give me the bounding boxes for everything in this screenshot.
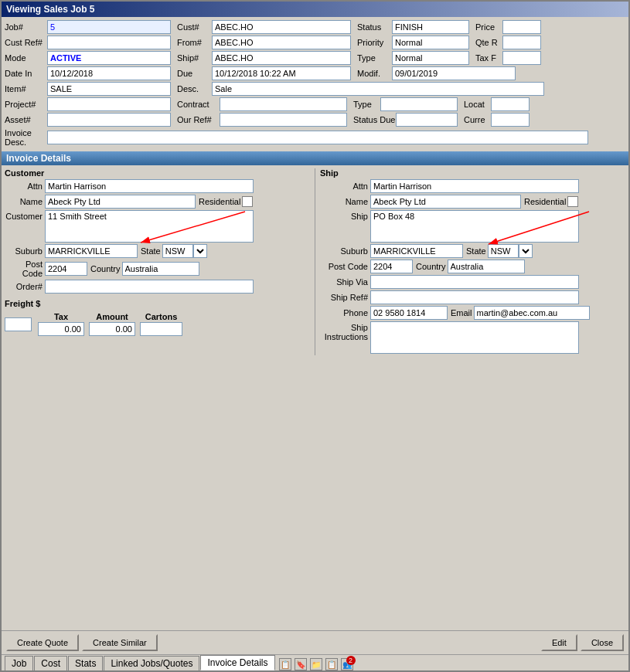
project-input[interactable] xyxy=(47,97,171,111)
datein-input[interactable] xyxy=(47,66,171,80)
tab-icon-users[interactable]: 👥 2 xyxy=(341,658,353,670)
priority-input[interactable] xyxy=(392,36,469,49)
ship-email-input[interactable] xyxy=(474,306,590,320)
customer-postcode-input[interactable] xyxy=(45,262,87,276)
invoice-section-header: Invoice Details xyxy=(2,151,628,165)
curre-input[interactable] xyxy=(491,113,530,127)
ship-address-input[interactable]: PO Box 48 xyxy=(370,210,579,243)
freight-tax-input[interactable] xyxy=(38,322,84,336)
contract-input[interactable] xyxy=(220,97,347,111)
ship-state-input[interactable] xyxy=(488,244,519,258)
tab-linked[interactable]: Linked Jobs/Quotes xyxy=(104,656,199,670)
modif-input[interactable] xyxy=(392,66,516,80)
ship-address-row: Ship PO Box 48 xyxy=(320,210,625,243)
close-button[interactable]: Close xyxy=(581,634,624,651)
customer-name-input[interactable] xyxy=(45,195,196,209)
price-label: Price xyxy=(475,22,502,32)
locat-input[interactable] xyxy=(491,97,530,111)
desc-input[interactable] xyxy=(212,82,544,96)
customer-state-select[interactable] xyxy=(193,244,207,258)
ship-via-row: Ship Via xyxy=(320,275,625,289)
create-quote-button[interactable]: Create Quote xyxy=(6,634,79,651)
item-input[interactable] xyxy=(47,82,171,96)
customer-country-label: Country xyxy=(90,264,121,273)
ship-phone-label: Phone xyxy=(320,308,370,317)
asset-input[interactable] xyxy=(47,113,171,127)
ship-label: Ship# xyxy=(177,53,212,63)
invoice-main-area: Customer Attn Name Residential xyxy=(2,167,628,630)
column-divider xyxy=(315,168,315,355)
ship-name-label: Name xyxy=(320,197,370,206)
tab-invoice-details[interactable]: Invoice Details xyxy=(200,655,274,670)
ship-phone-input[interactable] xyxy=(370,306,448,320)
type-label: Type xyxy=(357,53,392,63)
ourref-input[interactable] xyxy=(220,113,347,127)
taxf-label: Tax F xyxy=(475,53,502,63)
type2-input[interactable] xyxy=(380,97,458,111)
customer-attn-input[interactable] xyxy=(45,179,254,193)
ship-ship-label: Ship xyxy=(320,210,370,221)
customer-state-input[interactable] xyxy=(162,244,193,258)
taxf-input[interactable] xyxy=(502,51,541,65)
customer-state-label: State xyxy=(141,246,161,256)
ship-residential-checkbox[interactable] xyxy=(567,196,578,207)
cust-input[interactable] xyxy=(212,20,351,34)
edit-button[interactable]: Edit xyxy=(541,634,577,651)
status-input[interactable] xyxy=(392,20,469,34)
freight-section: Freight $ Tax Amount xyxy=(5,298,310,336)
freight-cartons-label: Cartons xyxy=(145,312,178,321)
ship-postcode-row: Post Code Country xyxy=(320,260,625,273)
price-input[interactable] xyxy=(502,20,541,34)
ship-suburb-row: Suburb State xyxy=(320,244,625,258)
from-input[interactable] xyxy=(212,36,351,49)
locat-label: Locat xyxy=(464,100,491,109)
header-form: Job# Cust# Status Price Cust Ref# From# … xyxy=(2,17,628,151)
create-similar-button[interactable]: Create Similar xyxy=(82,634,158,651)
freight-amount-label: Amount xyxy=(96,312,128,321)
mode-input[interactable] xyxy=(47,51,171,65)
customer-residential-checkbox[interactable] xyxy=(242,196,253,207)
tab-icon-folder[interactable]: 📁 xyxy=(310,658,322,670)
invoice-desc-label: InvoiceDesc. xyxy=(5,128,47,147)
ship-via-input[interactable] xyxy=(370,275,579,289)
ship-name-input[interactable] xyxy=(370,195,521,209)
custref-input[interactable] xyxy=(47,36,171,49)
tab-icon-bookmark[interactable]: 🔖 xyxy=(295,658,307,670)
invoice-desc-input[interactable] xyxy=(47,131,588,144)
customer-country-input[interactable] xyxy=(122,262,199,276)
tab-icon-print[interactable]: 📋 xyxy=(279,658,291,670)
statusdue-input[interactable] xyxy=(396,113,458,127)
tab-job[interactable]: Job xyxy=(5,656,33,670)
freight-amount-input[interactable] xyxy=(5,317,32,331)
freight-label: Freight $ xyxy=(5,299,40,308)
ship-postcode-input[interactable] xyxy=(370,260,413,273)
contract-label: Contract xyxy=(177,100,220,109)
qte-input[interactable] xyxy=(502,36,541,49)
ship-country-input[interactable] xyxy=(448,260,525,273)
tab-stats[interactable]: Stats xyxy=(68,656,103,670)
ship-column: Ship Attn Name Residential xyxy=(320,168,625,355)
customer-order-input[interactable] xyxy=(45,280,254,294)
ship-ref-input[interactable] xyxy=(370,290,579,304)
tab-icon-list[interactable]: 📋 xyxy=(325,658,338,670)
ship-state-select[interactable] xyxy=(519,244,533,258)
customer-suburb-input[interactable] xyxy=(45,244,138,258)
ship-input[interactable] xyxy=(212,51,351,65)
ship-instructions-input[interactable] xyxy=(370,321,579,354)
type2-label: Type xyxy=(353,100,380,109)
freight-total-input[interactable] xyxy=(89,322,135,336)
job-input[interactable] xyxy=(47,20,171,34)
invoice-columns: Customer Attn Name Residential xyxy=(2,167,628,357)
customer-title: Customer xyxy=(5,168,310,178)
due-input[interactable] xyxy=(212,66,351,80)
type-input[interactable] xyxy=(392,51,469,65)
ship-ref-label: Ship Ref# xyxy=(320,293,370,302)
freight-cartons-input[interactable] xyxy=(140,322,182,336)
main-window: Viewing Sales Job 5 Job# Cust# Status Pr… xyxy=(0,0,630,672)
ship-suburb-input[interactable] xyxy=(370,244,463,258)
ship-attn-input[interactable] xyxy=(370,179,579,193)
tab-cost[interactable]: Cost xyxy=(34,656,67,670)
customer-residential-label: Residential xyxy=(199,197,240,206)
customer-address-input[interactable]: 11 Smith Street xyxy=(45,210,254,243)
job-label: Job# xyxy=(5,22,47,32)
